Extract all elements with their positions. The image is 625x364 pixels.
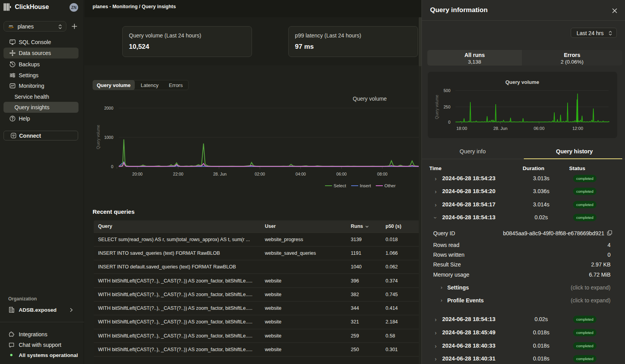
svg-text:Insert: Insert [360,183,371,188]
svg-text:04:00: 04:00 [296,172,306,176]
svg-text:Query volume: Query volume [505,79,539,85]
svg-text:0: 0 [111,164,113,169]
svg-text:02:00: 02:00 [255,172,265,176]
svg-text:Query volume: Query volume [435,94,439,119]
svg-text:28. Jun: 28. Jun [213,172,227,176]
svg-text:500: 500 [443,88,450,93]
svg-text:06:00: 06:00 [534,126,545,131]
svg-text:250: 250 [443,105,450,109]
svg-text:28. Jun: 28. Jun [493,126,507,131]
svg-text:06:00: 06:00 [336,172,346,176]
svg-text:aws: aws [9,25,13,27]
svg-text:Query volume: Query volume [96,124,100,149]
svg-text:12:00: 12:00 [572,126,583,131]
svg-text:2000: 2000 [104,106,114,110]
svg-text:20:00: 20:00 [132,172,143,176]
svg-text:18:00: 18:00 [456,126,467,131]
svg-text:Other: Other [384,183,396,188]
svg-text:0: 0 [448,120,450,124]
svg-text:22:00: 22:00 [173,172,183,176]
svg-text:Select: Select [334,183,346,188]
svg-text:Query volume: Query volume [353,96,387,102]
svg-text:08:00: 08:00 [377,172,388,176]
svg-text:1000: 1000 [104,135,114,140]
